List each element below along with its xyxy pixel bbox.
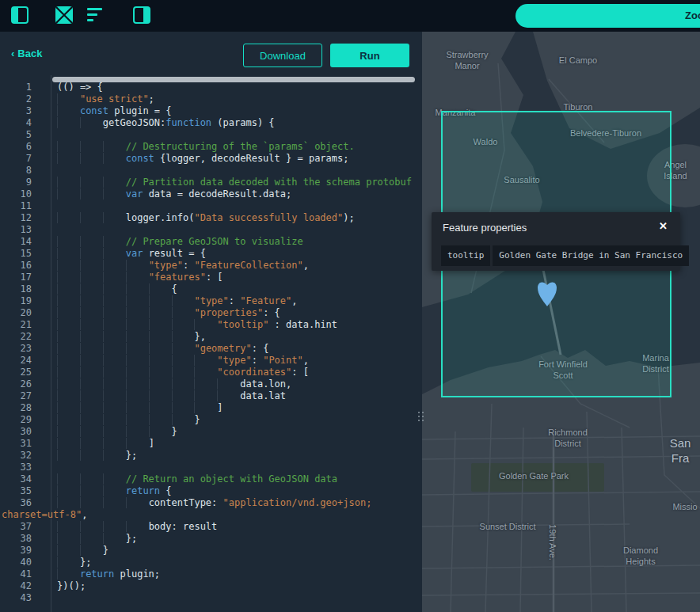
code-text: "coordinates": [	[57, 367, 309, 378]
feature-popup: Feature properties ✕ tooltip Golden Gate…	[432, 212, 680, 271]
code-text: charset=utf-8",	[2, 509, 87, 521]
map-label: Richmond District	[548, 428, 588, 450]
code-line: 34 // Return an object with GeoJSON data	[0, 473, 422, 485]
horizontal-scrollbar[interactable]	[52, 77, 415, 82]
code-line: 39 }	[0, 545, 422, 557]
code-line: 11	[0, 200, 422, 212]
panel-left-toggle-icon[interactable]	[11, 6, 29, 24]
code-text: body: result	[57, 521, 217, 533]
code-text: // Destructuring of the `params` object.	[57, 141, 355, 153]
code-text: data.lon,	[57, 378, 291, 390]
code-line: 7 const {logger, decodeResult } = params…	[0, 153, 422, 165]
line-number: 11	[0, 200, 32, 212]
line-number: 34	[0, 473, 32, 485]
app: Zoo ‹Back Download Run 1(() => {2 "use s…	[0, 0, 700, 612]
line-number: 10	[0, 188, 32, 200]
code-line: 36 contentType: "application/vnd.geo+jso…	[0, 497, 422, 509]
line-number: 6	[0, 141, 32, 153]
code-line: 1(() => {	[0, 82, 422, 93]
map[interactable]: Strawberry ManorEl CampoManzanitaTiburon…	[422, 32, 700, 612]
line-number: 41	[0, 568, 32, 580]
line-number: 22	[0, 331, 32, 343]
code-line: 38 };	[0, 533, 422, 545]
panel-right-toggle-icon[interactable]	[133, 6, 150, 24]
code-text: }	[57, 426, 177, 438]
map-view-icon[interactable]	[55, 6, 73, 24]
code-line: 41 return plugin;	[0, 568, 422, 580]
code-line: 25 "coordinates": [	[0, 367, 422, 378]
map-label: Strawberry Manor	[446, 50, 488, 72]
panel-resize-handle[interactable]	[418, 412, 424, 421]
map-label: 19th Ave.	[546, 524, 557, 561]
code-line: 8	[0, 165, 422, 177]
code-line: 21 "tooltip" : data.hint	[0, 319, 422, 331]
code-line: 6 // Destructuring of the `params` objec…	[0, 141, 422, 153]
map-marker-icon[interactable]	[536, 279, 558, 307]
code-line: 14 // Prepare GeoJSON to visualize	[0, 236, 422, 248]
zoom-button[interactable]: Zoo	[515, 4, 700, 28]
property-row: tooltip Golden Gate Bridge in San Franci…	[441, 245, 671, 266]
code-line: 9 // Partition data decoded with the sch…	[0, 177, 422, 188]
popup-header: Feature properties ✕	[432, 212, 680, 234]
list-view-icon[interactable]	[87, 8, 106, 23]
zoom-button-label: Zoo	[685, 4, 700, 28]
line-number: 4	[0, 117, 32, 129]
code-text: // Partition data decoded with the schem…	[57, 177, 412, 188]
chevron-left-icon: ‹	[11, 48, 14, 59]
list-bar	[87, 19, 93, 21]
back-label: Back	[17, 48, 42, 59]
list-bar	[87, 8, 102, 10]
code-text: // Prepare GeoJSON to visualize	[57, 236, 303, 248]
code-line: 5	[0, 129, 422, 141]
code-text: return plugin;	[57, 568, 160, 580]
line-number: 43	[0, 592, 32, 604]
map-label: San Fra	[670, 436, 691, 466]
download-button[interactable]: Download	[243, 44, 322, 67]
line-number: 33	[0, 462, 32, 473]
line-number: 40	[0, 557, 32, 568]
line-number: 15	[0, 248, 32, 260]
code-editor[interactable]: 1(() => {2 "use strict";3 const plugin =…	[0, 75, 422, 612]
code-line: 2 "use strict";	[0, 93, 422, 105]
code-text: },	[57, 331, 206, 343]
code-line: 16 "type": "FeatureCollection",	[0, 260, 422, 272]
back-button[interactable]: ‹Back	[11, 48, 42, 59]
code-text: getGeoJSON:function (params) {	[57, 117, 275, 129]
popup-title: Feature properties	[443, 222, 527, 234]
code-line: 3 const plugin = {	[0, 105, 422, 117]
code-line: charset=utf-8",	[0, 509, 422, 521]
code-text: };	[57, 557, 91, 568]
code-line: 10 var data = decodeResult.data;	[0, 188, 422, 200]
map-label: Diamond Heights	[611, 545, 671, 568]
code-line: 4 getGeoJSON:function (params) {	[0, 117, 422, 129]
code-text: "type": "Feature",	[57, 295, 298, 307]
line-number: 12	[0, 212, 32, 224]
run-button[interactable]: Run	[330, 44, 409, 67]
code-line: 35 return {	[0, 485, 422, 497]
line-number: 38	[0, 533, 32, 545]
line-number: 36	[0, 497, 32, 509]
line-number: 42	[0, 580, 32, 592]
line-number: 30	[0, 426, 32, 438]
code-text: "type": "Point",	[57, 355, 309, 367]
code-line: 42})();	[0, 580, 422, 592]
line-number: 24	[0, 355, 32, 367]
line-number: 21	[0, 319, 32, 331]
code-line: 26 data.lon,	[0, 378, 422, 390]
line-number: 32	[0, 450, 32, 462]
line-number: 9	[0, 177, 32, 188]
code-line: 27 data.lat	[0, 390, 422, 402]
line-number: 20	[0, 307, 32, 319]
code-line: 31 ]	[0, 438, 422, 450]
map-label: Missio	[672, 502, 697, 513]
code-line: 37 body: result	[0, 521, 422, 533]
code-line: 33	[0, 462, 422, 473]
code-line: 30 }	[0, 426, 422, 438]
close-icon[interactable]: ✕	[659, 220, 668, 232]
topbar: Zoo	[0, 0, 700, 32]
code-text: const {logger, decodeResult } = params;	[57, 153, 348, 165]
line-number: 29	[0, 414, 32, 426]
line-number: 7	[0, 153, 32, 165]
code-text: "properties": {	[57, 307, 280, 319]
line-number: 5	[0, 129, 32, 141]
